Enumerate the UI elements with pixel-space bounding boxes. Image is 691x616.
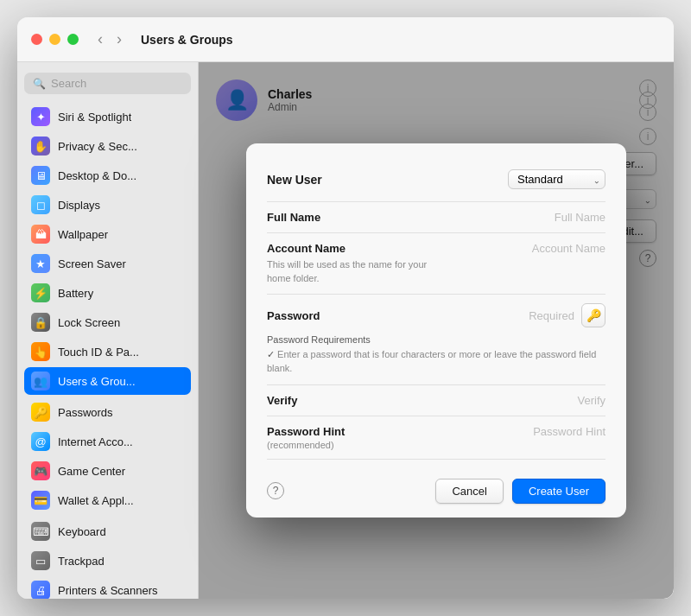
right-panel: 👤 Charles Admin i i i i Add User... Auto… <box>199 62 674 599</box>
sidebar-label-wallet: Wallet & Appl... <box>58 494 134 507</box>
hint-input[interactable] <box>379 425 605 438</box>
sidebar: 🔍 ✦ Siri & Spotlight ✋ Privacy & Sec... … <box>17 62 199 599</box>
sidebar-label-internet: Internet Acco... <box>58 435 133 448</box>
sidebar-item-printers[interactable]: 🖨 Printers & Scanners <box>24 576 191 599</box>
hint-top: Password Hint <box>267 425 605 438</box>
lockscreen-icon: 🔒 <box>31 313 50 332</box>
sidebar-label-touchid: Touch ID & Pa... <box>58 346 139 359</box>
sidebar-item-desktop[interactable]: 🖥 Desktop & Do... <box>24 162 191 189</box>
sidebar-item-siri[interactable]: ✦ Siri & Spotlight <box>24 103 191 130</box>
sidebar-label-passwords: Passwords <box>58 406 113 419</box>
sidebar-item-trackpad[interactable]: ▭ Trackpad <box>24 547 191 575</box>
check-icon: ✓ <box>267 349 277 359</box>
key-icon[interactable]: 🔑 <box>581 303 605 327</box>
sidebar-item-screensaver[interactable]: ★ Screen Saver <box>24 250 191 277</box>
sidebar-item-wallpaper[interactable]: 🏔 Wallpaper <box>24 220 191 248</box>
sidebar-item-users[interactable]: 👥 Users & Grou... <box>24 367 191 395</box>
sidebar-label-gamecenter: Game Center <box>58 465 125 478</box>
user-type-select[interactable]: Standard Administrator Managed <box>508 169 605 189</box>
password-section: Password 🔑 Password Requirements ✓ Enter… <box>267 295 605 385</box>
sidebar-label-desktop: Desktop & Do... <box>58 169 136 182</box>
verify-label: Verify <box>267 394 379 407</box>
minimize-button[interactable] <box>49 34 60 45</box>
sidebar-label-siri: Siri & Spotlight <box>58 111 131 124</box>
sidebar-label-users: Users & Grou... <box>58 375 136 388</box>
touchid-icon: 👆 <box>31 342 50 361</box>
sidebar-item-wallet[interactable]: 💳 Wallet & Appl... <box>24 486 191 514</box>
full-name-row: Full Name <box>267 202 605 233</box>
hint-label: Password Hint <box>267 425 379 438</box>
hint-section: Password Hint (recommended) <box>267 416 605 460</box>
password-input[interactable] <box>445 309 574 322</box>
sidebar-item-passwords[interactable]: 🔑 Passwords <box>24 398 191 426</box>
dialog-body: New User Standard Administrator Managed <box>246 143 626 467</box>
cancel-button[interactable]: Cancel <box>435 479 503 504</box>
privacy-icon: ✋ <box>31 137 50 156</box>
wallpaper-icon: 🏔 <box>31 225 50 244</box>
maximize-button[interactable] <box>67 34 79 45</box>
search-icon: 🔍 <box>33 78 46 90</box>
title-bar: ‹ › Users & Groups <box>17 17 674 62</box>
sidebar-label-wallpaper: Wallpaper <box>58 228 108 241</box>
dialog-help-button[interactable]: ? <box>267 482 284 499</box>
dialog-footer: ? Cancel Create User <box>246 468 626 518</box>
password-requirements: Password Requirements ✓ Enter a password… <box>267 333 605 376</box>
main-window: ‹ › Users & Groups 🔍 ✦ Siri & Spotlight … <box>17 17 674 599</box>
sidebar-item-privacy[interactable]: ✋ Privacy & Sec... <box>24 132 191 160</box>
verify-section: Verify <box>267 385 605 416</box>
full-name-label: Full Name <box>267 211 379 224</box>
search-input[interactable] <box>51 77 182 90</box>
full-name-input[interactable] <box>379 211 605 224</box>
verify-input[interactable] <box>379 394 605 407</box>
internet-icon: @ <box>31 432 50 451</box>
nav-buttons: ‹ › <box>92 29 127 50</box>
account-name-section: Account Name This will be used as the na… <box>267 233 605 295</box>
footer-buttons: Cancel Create User <box>435 479 605 504</box>
gamecenter-icon: 🎮 <box>31 461 50 480</box>
sidebar-item-gamecenter[interactable]: 🎮 Game Center <box>24 457 191 485</box>
back-button[interactable]: ‹ <box>92 29 108 50</box>
sidebar-label-trackpad: Trackpad <box>58 555 105 568</box>
full-name-field <box>379 211 605 224</box>
sidebar-item-displays[interactable]: ◻ Displays <box>24 191 191 219</box>
sidebar-label-displays: Displays <box>58 199 100 212</box>
user-type-wrapper: Standard Administrator Managed <box>508 169 605 189</box>
printers-icon: 🖨 <box>31 581 50 599</box>
password-req-title: Password Requirements <box>267 333 605 347</box>
account-name-top: Account Name <box>267 242 605 255</box>
main-content: 🔍 ✦ Siri & Spotlight ✋ Privacy & Sec... … <box>17 62 674 599</box>
forward-button[interactable]: › <box>111 29 127 50</box>
battery-icon: ⚡ <box>31 283 50 302</box>
sidebar-label-keyboard: Keyboard <box>58 525 106 538</box>
search-box[interactable]: 🔍 <box>24 73 191 94</box>
password-label: Password <box>267 309 379 322</box>
sidebar-item-internet[interactable]: @ Internet Acco... <box>24 428 191 455</box>
sidebar-item-keyboard[interactable]: ⌨ Keyboard <box>24 518 191 545</box>
passwords-icon: 🔑 <box>31 403 50 422</box>
desktop-icon: 🖥 <box>31 166 50 185</box>
new-user-row: New User Standard Administrator Managed <box>267 161 605 202</box>
create-user-button[interactable]: Create User <box>512 479 605 504</box>
close-button[interactable] <box>31 34 42 45</box>
siri-icon: ✦ <box>31 107 50 126</box>
sidebar-label-privacy: Privacy & Sec... <box>58 140 137 153</box>
sidebar-label-battery: Battery <box>58 287 93 300</box>
keyboard-icon: ⌨ <box>31 522 50 541</box>
password-req-text: ✓ Enter a password that is four characte… <box>267 347 605 376</box>
traffic-lights <box>31 34 79 45</box>
sidebar-item-lockscreen[interactable]: 🔒 Lock Screen <box>24 308 191 336</box>
screensaver-icon: ★ <box>31 254 50 273</box>
sidebar-label-screensaver: Screen Saver <box>58 257 126 270</box>
account-name-label: Account Name <box>267 242 379 255</box>
wallet-icon: 💳 <box>31 491 50 510</box>
password-top: Password 🔑 <box>267 303 605 327</box>
sidebar-item-battery[interactable]: ⚡ Battery <box>24 279 191 307</box>
modal-overlay: New User Standard Administrator Managed <box>199 62 674 599</box>
account-name-input[interactable] <box>379 242 605 255</box>
sidebar-label-printers: Printers & Scanners <box>58 584 158 597</box>
create-user-dialog: New User Standard Administrator Managed <box>246 143 626 517</box>
sidebar-label-lockscreen: Lock Screen <box>58 316 120 329</box>
users-icon: 👥 <box>31 372 50 391</box>
trackpad-icon: ▭ <box>31 551 50 570</box>
sidebar-item-touchid[interactable]: 👆 Touch ID & Pa... <box>24 338 191 365</box>
